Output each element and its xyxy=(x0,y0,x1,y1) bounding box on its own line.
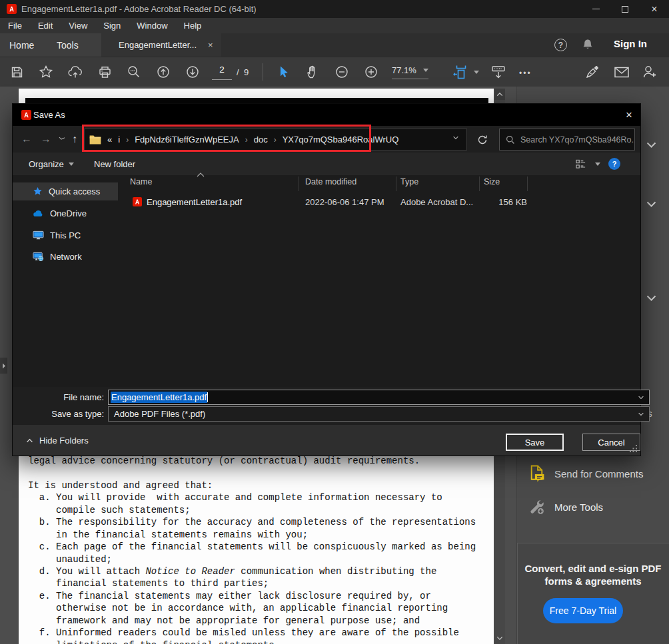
search-button[interactable] xyxy=(126,64,142,80)
zoom-level-dropdown[interactable]: 77.1% xyxy=(392,65,428,79)
page-separator: / xyxy=(237,67,239,77)
cloud-upload-button[interactable] xyxy=(67,64,83,80)
chevron-up-icon xyxy=(26,438,33,443)
sidebar-item-this-pc[interactable]: This PC xyxy=(13,226,118,244)
dialog-title-bar: Save As × xyxy=(13,104,640,126)
column-divider[interactable] xyxy=(479,176,480,191)
refresh-button[interactable] xyxy=(471,129,493,151)
hand-tool-button[interactable] xyxy=(305,64,321,80)
column-divider[interactable] xyxy=(527,176,528,191)
minimize-button[interactable] xyxy=(581,0,610,18)
save-type-select[interactable]: Adobe PDF Files (*.pdf) xyxy=(108,406,650,422)
send-for-comments-item[interactable]: Send for Comments xyxy=(528,465,643,483)
email-share-button[interactable] xyxy=(614,64,630,80)
address-dropdown-chevron-icon[interactable] xyxy=(452,136,459,140)
more-tools-label: More Tools xyxy=(554,501,603,513)
free-trial-button[interactable]: Free 7-Day Trial xyxy=(543,598,623,623)
close-window-button[interactable]: × xyxy=(640,0,669,18)
select-tool-button[interactable] xyxy=(275,64,291,80)
maximize-icon xyxy=(622,6,628,13)
tab-close-icon[interactable]: × xyxy=(208,40,213,50)
scroll-down-arrow[interactable] xyxy=(494,633,505,644)
hide-folders-button[interactable]: Hide Folders xyxy=(26,425,89,456)
breadcrumb-overflow[interactable]: « xyxy=(107,135,112,145)
chevron-down-icon[interactable] xyxy=(638,396,644,400)
next-page-button[interactable] xyxy=(185,64,201,80)
breadcrumb-folder1[interactable]: FdpNdz6iTleffGznWpEEJA xyxy=(135,135,239,145)
help-icon[interactable]: ? xyxy=(554,39,567,51)
zoom-in-button[interactable] xyxy=(363,64,379,80)
panel-chevron-down-icon[interactable] xyxy=(644,291,658,304)
column-divider[interactable] xyxy=(299,176,299,191)
chevron-down-icon[interactable] xyxy=(474,71,479,74)
menu-help[interactable]: Help xyxy=(176,18,210,33)
sidebar-item-onedrive[interactable]: OneDrive xyxy=(13,204,118,222)
breadcrumb-separator: › xyxy=(274,135,277,145)
tab-tools[interactable]: Tools xyxy=(57,40,79,51)
organize-label: Organize xyxy=(29,159,64,169)
file-name-input[interactable]: EngagementLetter1a.pdf xyxy=(108,390,650,405)
menu-file[interactable]: File xyxy=(0,18,30,33)
send-for-comments-label: Send for Comments xyxy=(554,468,643,480)
previous-page-button[interactable] xyxy=(155,64,171,80)
more-tools-icon xyxy=(528,498,546,515)
reading-mode-button[interactable] xyxy=(490,64,506,80)
file-row[interactable]: EngagementLetter1a.pdf xyxy=(133,194,296,210)
column-header-type[interactable]: Type xyxy=(400,177,418,186)
more-tools-item[interactable]: More Tools xyxy=(528,498,603,515)
chevron-down-icon[interactable] xyxy=(595,162,600,166)
menu-sign[interactable]: Sign xyxy=(95,18,129,33)
panel-chevron-down-icon[interactable] xyxy=(644,138,658,151)
zoom-out-button[interactable] xyxy=(334,64,350,80)
dialog-help-icon[interactable]: ? xyxy=(608,158,620,170)
new-folder-button[interactable]: New folder xyxy=(94,153,135,175)
network-icon xyxy=(33,252,44,262)
sign-in-button[interactable]: Sign In xyxy=(614,38,647,49)
star-favorite-button[interactable] xyxy=(38,64,54,80)
nav-up-button[interactable]: ↑ xyxy=(72,133,77,145)
breadcrumb-folder3[interactable]: YX7qo7mQSba946RoalWrUQ xyxy=(283,135,399,145)
menu-bar: File Edit View Sign Window Help xyxy=(0,18,669,33)
menu-edit[interactable]: Edit xyxy=(30,18,61,33)
nav-back-button[interactable]: ← xyxy=(21,133,32,145)
page-number-input[interactable]: 2 xyxy=(212,65,232,80)
sidebar-item-quick-access[interactable]: Quick access xyxy=(13,182,118,200)
address-bar[interactable]: « i › FdpNdz6iTleffGznWpEEJA › doc › YX7… xyxy=(84,129,467,151)
column-divider[interactable] xyxy=(396,176,396,191)
dialog-close-icon[interactable]: × xyxy=(626,109,632,122)
view-options-icon[interactable] xyxy=(576,159,587,169)
fill-sign-pen-button[interactable] xyxy=(585,64,601,80)
menu-window[interactable]: Window xyxy=(129,18,175,33)
column-header-name[interactable]: Name xyxy=(130,177,152,186)
this-pc-monitor-icon xyxy=(33,230,44,240)
nav-history-chevron-icon[interactable] xyxy=(59,137,65,141)
breadcrumb-folder2[interactable]: doc xyxy=(254,135,268,145)
print-button[interactable] xyxy=(97,64,113,80)
more-tools-menu-button[interactable]: ••• xyxy=(519,69,532,78)
resize-grip[interactable] xyxy=(630,445,638,453)
column-header-size[interactable]: Size xyxy=(484,177,500,186)
save-button[interactable]: Save xyxy=(506,434,564,451)
notifications-bell-icon[interactable] xyxy=(581,38,594,52)
organize-button[interactable]: Organize xyxy=(29,153,74,175)
left-panel-expander[interactable] xyxy=(0,358,7,374)
breadcrumb-root[interactable]: i xyxy=(118,135,120,145)
add-account-button[interactable] xyxy=(642,64,658,80)
page-fit-mode-button[interactable] xyxy=(452,64,470,80)
search-input[interactable]: Search YX7qo7mQSba946Ro... xyxy=(499,129,635,151)
tab-document[interactable]: EngagementLetter... × xyxy=(101,33,221,57)
search-placeholder: Search YX7qo7mQSba946Ro... xyxy=(520,135,634,145)
tab-home[interactable]: Home xyxy=(9,40,34,51)
panel-chevron-down-icon[interactable] xyxy=(644,197,658,210)
promo-heading-line2: forms & agreements xyxy=(517,575,669,587)
dialog-footer: Hide Folders Save Cancel xyxy=(13,425,640,456)
save-file-button[interactable] xyxy=(9,64,25,80)
menu-view[interactable]: View xyxy=(61,18,95,33)
column-header-date[interactable]: Date modified xyxy=(305,177,356,186)
folder-icon xyxy=(89,135,101,145)
nav-forward-button[interactable]: → xyxy=(41,133,51,145)
sidebar-item-label: Quick access xyxy=(49,186,100,196)
scroll-up-arrow[interactable] xyxy=(494,89,505,100)
sidebar-item-network[interactable]: Network xyxy=(13,248,118,266)
maximize-button[interactable] xyxy=(610,0,640,18)
